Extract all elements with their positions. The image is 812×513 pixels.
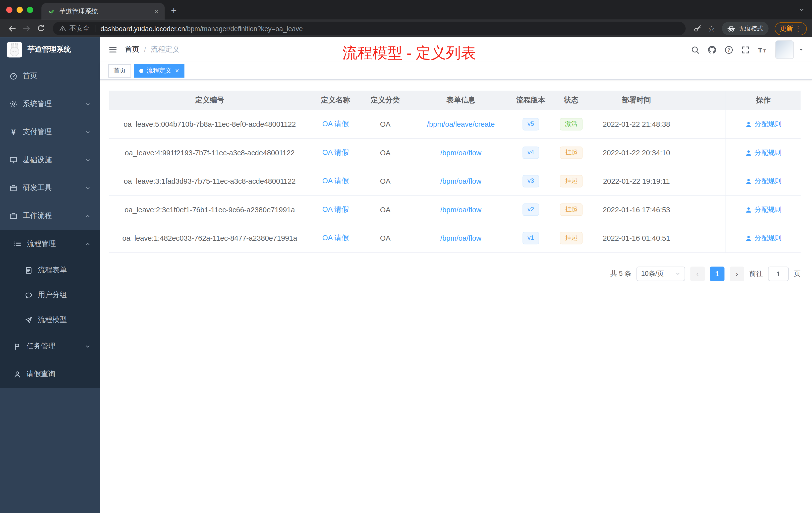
- tab-search-chevron-icon[interactable]: [799, 7, 805, 13]
- page-size-value: 10条/页: [641, 269, 664, 279]
- definition-name-link[interactable]: OA 请假: [322, 176, 349, 186]
- form-link[interactable]: /bpm/oa/leave/create: [427, 120, 495, 128]
- incognito-icon: [727, 24, 735, 33]
- sidebar-item-label: 研发工具: [23, 183, 52, 192]
- fullscreen-icon[interactable]: [741, 45, 750, 54]
- definition-name-link[interactable]: OA 请假: [322, 233, 349, 243]
- sidebar-item-label: 任务管理: [26, 341, 56, 351]
- cell-definition-name: OA 请假: [311, 176, 360, 186]
- assign-rule-label: 分配规则: [754, 205, 781, 214]
- sidebar-item-devtools[interactable]: 研发工具: [0, 174, 100, 202]
- back-icon[interactable]: [5, 22, 19, 35]
- table-body: oa_leave:5:004b710b-7b8a-11ec-8ef0-acde4…: [109, 110, 801, 252]
- breadcrumb-home[interactable]: 首页: [125, 45, 139, 54]
- user-icon: [745, 149, 752, 156]
- sidebar-item-home[interactable]: 首页: [0, 62, 100, 90]
- avatar[interactable]: [775, 40, 794, 59]
- new-tab-button[interactable]: +: [171, 5, 177, 15]
- reload-icon[interactable]: [34, 22, 48, 35]
- sidebar-item-task-mgmt[interactable]: 任务管理: [0, 332, 100, 360]
- deploy-time-text: 2022-01-22 19:19:11: [603, 177, 670, 185]
- form-link[interactable]: /bpm/oa/flow: [440, 234, 482, 242]
- assign-rule-button[interactable]: 分配规则: [745, 148, 781, 157]
- minimize-window-button[interactable]: [17, 7, 23, 13]
- assign-rule-button[interactable]: 分配规则: [745, 205, 781, 214]
- tag-home[interactable]: 首页: [108, 64, 131, 78]
- address-bar[interactable]: 不安全 dashboard.yudao.iocoder.cn/bpm/manag…: [53, 22, 686, 35]
- forward-icon[interactable]: [20, 22, 33, 35]
- status-badge: 挂起: [560, 147, 583, 159]
- app-navbar: 首页 / 流程定义 流程模型 - 定义列表 ?: [100, 37, 812, 62]
- definition-name-link[interactable]: OA 请假: [322, 148, 349, 157]
- definition-table: 定义编号 定义名称 定义分类 表单信息 流程版本 状态 部署时间 操作 oa_l…: [109, 91, 801, 253]
- deploy-time-text: 2022-01-22 21:48:38: [603, 120, 670, 128]
- sidebar-item-label: 首页: [23, 71, 37, 81]
- cell-actions: 分配规则: [726, 119, 801, 129]
- cell-deploy-time: 2022-01-22 21:48:38: [592, 120, 726, 128]
- prev-page-button[interactable]: ‹: [690, 267, 705, 281]
- goto-label: 前往: [749, 269, 763, 279]
- page-content: 定义编号 定义名称 定义分类 表单信息 流程版本 状态 部署时间 操作 oa_l…: [100, 80, 812, 513]
- url-path: /bpm/manager/definition?key=oa_leave: [185, 25, 303, 32]
- sidebar-item-leave-query[interactable]: 请假查询: [0, 360, 100, 388]
- sidebar-item-payment[interactable]: ¥ 支付管理: [0, 118, 100, 146]
- tab-close-icon[interactable]: ×: [152, 7, 161, 16]
- form-link[interactable]: /bpm/oa/flow: [440, 206, 482, 214]
- zoom-window-button[interactable]: [27, 7, 33, 13]
- category-text: OA: [380, 206, 391, 214]
- url-text: dashboard.yudao.iocoder.cn/bpm/manager/d…: [100, 25, 303, 32]
- definition-id-text: oa_leave:1:482ec033-762a-11ec-8477-a2380…: [122, 234, 297, 242]
- browser-update-button[interactable]: 更新 ⋮: [775, 22, 807, 35]
- sidebar-item-process-model[interactable]: 流程模型: [0, 307, 100, 332]
- definition-name-link[interactable]: OA 请假: [322, 119, 349, 129]
- page-size-select[interactable]: 10条/页: [637, 267, 685, 281]
- form-link[interactable]: /bpm/oa/flow: [440, 177, 482, 185]
- breadcrumb: 首页 / 流程定义: [125, 45, 179, 54]
- app-title: 芋道管理系统: [27, 45, 71, 54]
- cell-actions: 分配规则: [726, 205, 801, 214]
- goto-page-input[interactable]: [768, 267, 789, 281]
- version-badge: v2: [522, 204, 539, 216]
- sidebar-toggle-icon[interactable]: [108, 45, 117, 54]
- assign-rule-button[interactable]: 分配规则: [745, 119, 781, 129]
- next-page-button[interactable]: ›: [730, 267, 744, 281]
- sidebar-item-user-group[interactable]: 用户分组: [0, 282, 100, 307]
- definition-name-link[interactable]: OA 请假: [322, 205, 349, 214]
- sidebar-item-label: 系统管理: [23, 99, 52, 109]
- assign-rule-button[interactable]: 分配规则: [745, 233, 781, 243]
- category-text: OA: [380, 149, 391, 157]
- sidebar-item-infra[interactable]: 基础设施: [0, 146, 100, 174]
- chevron-down-icon: [85, 101, 91, 107]
- assign-rule-button[interactable]: 分配规则: [745, 176, 781, 186]
- sidebar-item-process-form[interactable]: 流程表单: [0, 258, 100, 282]
- password-key-icon[interactable]: [693, 24, 701, 33]
- font-size-icon[interactable]: TT: [757, 45, 767, 54]
- sidebar-item-workflow[interactable]: 工作流程: [0, 202, 100, 230]
- close-window-button[interactable]: [6, 7, 12, 13]
- tag-process-definition[interactable]: 流程定义 ×: [134, 64, 184, 78]
- fixed-column-divider: [726, 91, 726, 253]
- list-icon: [13, 240, 22, 248]
- bookmark-star-icon[interactable]: ☆: [708, 24, 715, 33]
- browser-toolbar: 不安全 dashboard.yudao.iocoder.cn/bpm/manag…: [0, 20, 812, 37]
- toolbox-icon: [9, 184, 18, 192]
- help-icon[interactable]: ?: [724, 45, 733, 54]
- sidebar-item-process-mgmt[interactable]: 流程管理: [0, 230, 100, 258]
- tag-label: 流程定义: [147, 66, 172, 75]
- browser-menu-icon[interactable]: ⋮: [794, 24, 802, 33]
- browser-tab[interactable]: 芋道管理系统 ×: [41, 3, 165, 20]
- avatar-caret-down-icon[interactable]: [799, 47, 804, 53]
- sidebar-logo[interactable]: 芋道管理系统: [0, 37, 100, 62]
- github-icon[interactable]: [707, 45, 717, 54]
- deploy-time-text: 2022-01-22 20:34:10: [603, 149, 670, 157]
- category-text: OA: [380, 234, 391, 242]
- sidebar-item-system[interactable]: 系统管理: [0, 90, 100, 118]
- cell-deploy-time: 2022-01-16 01:40:51: [592, 234, 726, 242]
- search-icon[interactable]: [691, 45, 699, 54]
- security-warning-icon[interactable]: [59, 25, 66, 32]
- cell-version: v5: [512, 118, 550, 130]
- sidebar-item-label: 流程模型: [38, 315, 67, 325]
- form-link[interactable]: /bpm/oa/flow: [440, 149, 482, 157]
- tag-close-icon[interactable]: ×: [175, 67, 179, 74]
- page-number-1[interactable]: 1: [710, 267, 725, 281]
